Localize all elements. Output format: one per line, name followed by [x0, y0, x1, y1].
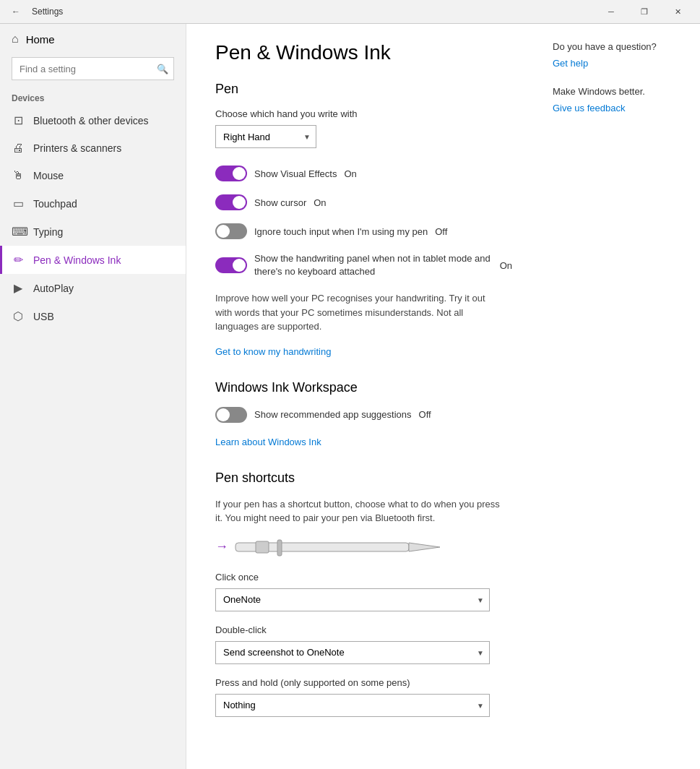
typing-icon: ⌨ — [12, 225, 25, 239]
sidebar-item-bluetooth[interactable]: ⊡ Bluetooth & other devices — [0, 106, 186, 134]
sidebar-item-printers[interactable]: 🖨 Printers & scanners — [0, 134, 186, 162]
svg-rect-3 — [277, 540, 282, 556]
sidebar-item-typing[interactable]: ⌨ Typing — [0, 218, 186, 246]
toggle-knob — [233, 167, 246, 180]
sidebar-item-label: Typing — [33, 226, 63, 238]
sidebar-item-label: Touchpad — [33, 198, 77, 210]
shortcuts-desc: If your pen has a shortcut button, choos… — [215, 497, 504, 525]
toggle-knob — [233, 259, 246, 272]
printer-icon: 🖨 — [12, 142, 25, 155]
recommended-apps-row: Show recommended app suggestions Off — [215, 407, 512, 423]
handwriting-panel-toggle[interactable] — [215, 257, 247, 273]
pen-illustration: → — [215, 537, 512, 557]
sidebar-item-label: Bluetooth & other devices — [33, 115, 149, 126]
double-click-label: Double-click — [215, 624, 512, 635]
pen-section-title: Pen — [215, 82, 512, 97]
main-content: Pen & Windows Ink Pen Choose which hand … — [186, 24, 541, 769]
visual-effects-state: On — [344, 168, 356, 179]
sidebar-item-touchpad[interactable]: ▭ Touchpad — [0, 189, 186, 218]
ignore-touch-toggle[interactable] — [215, 223, 247, 239]
sidebar-section-label: Devices — [0, 89, 186, 106]
pen-arrow-icon: → — [215, 539, 228, 554]
help-question: Do you have a question? — [553, 41, 688, 52]
sidebar-item-label: USB — [33, 311, 54, 322]
sidebar-item-mouse[interactable]: 🖱 Mouse — [0, 162, 186, 189]
titlebar: ← Settings ─ ❐ ✕ — [0, 0, 700, 23]
app-body: ⌂ Home 🔍 Devices ⊡ Bluetooth & other dev… — [0, 23, 700, 769]
sidebar-item-autoplay[interactable]: ▶ AutoPlay — [0, 274, 186, 302]
pen-icon: ✏ — [12, 253, 25, 267]
sidebar-item-label: Pen & Windows Ink — [33, 254, 121, 266]
recommended-apps-label: Show recommended app suggestions — [254, 409, 412, 420]
visual-effects-label: Show Visual Effects — [254, 168, 337, 179]
show-cursor-toggle[interactable] — [215, 194, 247, 210]
page-title: Pen & Windows Ink — [215, 41, 512, 64]
click-once-dropdown-wrapper: OneNote Open Sticky Notes Open Whiteboar… — [215, 588, 490, 611]
visual-effects-row: Show Visual Effects On — [215, 166, 512, 181]
right-panel: Do you have a question? Get help Make Wi… — [541, 24, 700, 769]
press-hold-label: Press and hold (only supported on some p… — [215, 677, 512, 688]
sidebar-home[interactable]: ⌂ Home — [0, 24, 186, 54]
feedback-link[interactable]: Give us feedback — [553, 103, 688, 113]
titlebar-title: Settings — [32, 7, 595, 17]
recommended-apps-state: Off — [419, 409, 431, 420]
shortcuts-section-title: Pen shortcuts — [215, 471, 512, 486]
sidebar-item-label: Printers & scanners — [33, 142, 121, 154]
show-cursor-row: Show cursor On — [215, 194, 512, 210]
hand-dropdown[interactable]: Right Hand Left Hand — [215, 125, 316, 148]
mouse-icon: 🖱 — [12, 169, 25, 182]
autoplay-icon: ▶ — [12, 281, 25, 295]
learn-ink-link[interactable]: Learn about Windows Ink — [215, 437, 321, 447]
toggle-knob — [233, 196, 246, 209]
handwriting-link[interactable]: Get to know my handwriting — [215, 346, 331, 357]
sidebar-item-label: AutoPlay — [33, 283, 74, 294]
restore-button[interactable]: ❐ — [628, 0, 661, 23]
workspace-section-title: Windows Ink Workspace — [215, 380, 512, 395]
svg-marker-1 — [409, 543, 440, 551]
click-once-dropdown[interactable]: OneNote Open Sticky Notes Open Whiteboar… — [215, 588, 490, 611]
sidebar-search-wrapper: 🔍 — [12, 57, 174, 80]
handwriting-panel-label: Show the handwriting panel when not in t… — [254, 252, 493, 278]
window-controls: ─ ❐ ✕ — [595, 0, 694, 23]
hand-label: Choose which hand you write with — [215, 108, 512, 119]
ignore-touch-label: Ignore touch input when I'm using my pen — [254, 226, 428, 237]
usb-icon: ⬡ — [12, 309, 25, 323]
get-help-link[interactable]: Get help — [553, 58, 688, 69]
sidebar-item-pen[interactable]: ✏ Pen & Windows Ink — [0, 246, 186, 274]
home-label: Home — [26, 33, 55, 46]
show-cursor-label: Show cursor — [254, 197, 306, 208]
svg-rect-2 — [256, 541, 269, 553]
sidebar-item-label: Mouse — [33, 170, 64, 181]
close-button[interactable]: ✕ — [661, 0, 694, 23]
search-input[interactable] — [12, 57, 174, 80]
touchpad-icon: ▭ — [12, 197, 25, 210]
toggle-knob — [217, 225, 230, 238]
toggle-knob — [217, 408, 230, 421]
back-button[interactable]: ← — [6, 1, 26, 22]
bluetooth-icon: ⊡ — [12, 113, 25, 127]
handwriting-panel-row: Show the handwriting panel when not in t… — [215, 252, 512, 278]
ignore-touch-state: Off — [435, 226, 447, 237]
handwriting-panel-state: On — [500, 260, 512, 271]
back-icon: ← — [12, 7, 20, 17]
ignore-touch-row: Ignore touch input when I'm using my pen… — [215, 223, 512, 239]
sidebar: ⌂ Home 🔍 Devices ⊡ Bluetooth & other dev… — [0, 24, 186, 769]
press-hold-dropdown[interactable]: Nothing OneNote Open Sticky Notes Open W… — [215, 694, 490, 717]
sidebar-item-usb[interactable]: ⬡ USB — [0, 302, 186, 330]
handwriting-improve-text: Improve how well your PC recognises your… — [215, 291, 504, 334]
double-click-dropdown[interactable]: Send screenshot to OneNote OneNote Open … — [215, 641, 490, 664]
pen-shape — [234, 537, 444, 557]
press-hold-dropdown-wrapper: Nothing OneNote Open Sticky Notes Open W… — [215, 694, 490, 717]
visual-effects-toggle[interactable] — [215, 166, 247, 181]
feedback-section: Make Windows better. Give us feedback — [553, 86, 688, 113]
help-section: Do you have a question? Get help — [553, 41, 688, 69]
minimize-button[interactable]: ─ — [595, 0, 628, 23]
recommended-apps-toggle[interactable] — [215, 407, 247, 423]
double-click-dropdown-wrapper: Send screenshot to OneNote OneNote Open … — [215, 641, 490, 664]
click-once-label: Click once — [215, 572, 512, 583]
make-better-text: Make Windows better. — [553, 86, 688, 97]
show-cursor-state: On — [314, 197, 326, 208]
hand-dropdown-wrapper: Right Hand Left Hand ▼ — [215, 125, 316, 148]
home-icon: ⌂ — [12, 33, 19, 46]
